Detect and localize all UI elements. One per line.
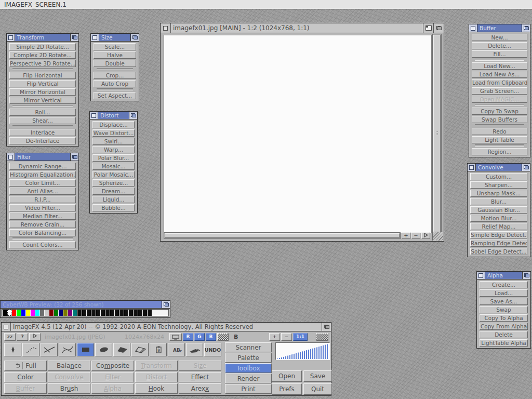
- palette-swatch[interactable]: [110, 310, 114, 316]
- roll-button[interactable]: Roll...: [9, 109, 76, 116]
- palette-swatch[interactable]: [49, 310, 54, 316]
- dream-button[interactable]: Dream...: [92, 188, 135, 195]
- hook-button[interactable]: Hook: [135, 383, 178, 394]
- close-icon[interactable]: [7, 34, 15, 41]
- palette-swatch[interactable]: [138, 310, 142, 316]
- video-filter-button[interactable]: Video Filter...: [9, 204, 76, 211]
- palette-swatch[interactable]: [73, 310, 77, 316]
- flip-vertical-button[interactable]: Flip Vertical: [9, 80, 76, 87]
- swap-button[interactable]: Swap: [480, 306, 528, 313]
- copy-to-alpha-button[interactable]: Copy To Alpha: [480, 314, 528, 322]
- interlace-button[interactable]: Interlace: [9, 129, 76, 136]
- anti-alias-button[interactable]: Anti Alias...: [9, 188, 76, 195]
- complex-2d-rotate-button[interactable]: Complex 2D Rotate...: [9, 51, 76, 59]
- region-button[interactable]: Region...: [472, 148, 527, 155]
- page-toolbox-button[interactable]: Toolbox: [225, 363, 272, 373]
- fill-button[interactable]: Fill...: [472, 50, 527, 58]
- de-interlace-button[interactable]: De-Interlace: [9, 137, 76, 144]
- blur-button[interactable]: Blur...: [470, 198, 527, 205]
- horizontal-scrollbar[interactable]: [164, 232, 401, 239]
- sleep-button[interactable]: zz: [4, 333, 16, 341]
- delete-button[interactable]: Delete...: [472, 42, 527, 49]
- pattern-swatch-icon[interactable]: [217, 333, 229, 341]
- oval-tool-icon[interactable]: [95, 343, 112, 356]
- filter-titlebar[interactable]: Filter: [7, 153, 78, 161]
- convolve-titlebar[interactable]: Convolve: [468, 164, 530, 171]
- save-as-button[interactable]: Save As...: [480, 298, 528, 305]
- polygon-tool-icon[interactable]: [113, 343, 130, 356]
- outline-polygon-tool-icon[interactable]: [131, 343, 149, 356]
- save-button[interactable]: Save: [303, 370, 332, 382]
- zoom-out-button[interactable]: −: [411, 232, 420, 239]
- load-new-button[interactable]: Load New...: [472, 62, 527, 70]
- simple-edge-detect-button[interactable]: Simple Edge Detect...: [470, 231, 527, 238]
- double-button[interactable]: Double: [94, 60, 136, 67]
- scale-button[interactable]: Scale...: [94, 43, 136, 50]
- curve-tool-icon[interactable]: [59, 343, 76, 356]
- vertical-scrollbar[interactable]: [432, 34, 442, 233]
- arexx-button[interactable]: Arexx: [179, 383, 221, 394]
- palette-swatch[interactable]: [63, 310, 68, 316]
- palette-swatch[interactable]: [148, 310, 152, 316]
- composite-button[interactable]: Composite: [91, 361, 134, 371]
- light-table-button[interactable]: Light Table: [472, 136, 527, 143]
- freehand-tool-icon[interactable]: [22, 343, 39, 356]
- palette-swatch[interactable]: [134, 310, 138, 316]
- text-tool-icon[interactable]: ABc: [168, 343, 185, 356]
- close-icon[interactable]: [468, 164, 476, 171]
- load-button[interactable]: Load...: [480, 289, 528, 297]
- gaussian-blur-button[interactable]: Gaussian Blur...: [470, 206, 527, 214]
- palette-swatch[interactable]: [96, 310, 100, 316]
- alpha-titlebar[interactable]: Alpha: [477, 272, 530, 280]
- size-titlebar[interactable]: Size: [91, 34, 139, 42]
- load-from-clipboard-button[interactable]: Load from Clipboard: [472, 79, 527, 86]
- transform-titlebar[interactable]: Transform: [7, 34, 78, 42]
- palette-swatch[interactable]: [26, 310, 30, 316]
- toolbox-titlebar[interactable]: ImageFX 4.5 (12-Apr-20) -- © 1992-2020 A…: [2, 323, 331, 331]
- swap-buffers-button[interactable]: Swap Buffers: [472, 116, 527, 123]
- palette-swatch[interactable]: [40, 310, 44, 316]
- shear-button[interactable]: Shear...: [9, 117, 76, 124]
- depth-icon[interactable]: [162, 301, 170, 308]
- zoom-in-button[interactable]: +: [402, 232, 410, 239]
- page-print-button[interactable]: Print: [225, 384, 272, 394]
- page-scanner-button[interactable]: Scanner: [225, 342, 272, 352]
- brush-button[interactable]: Brush: [48, 383, 90, 394]
- copy-to-swap-button[interactable]: Copy To Swap: [472, 108, 527, 115]
- depth-icon[interactable]: [522, 24, 530, 32]
- warp-button[interactable]: Warp...: [92, 146, 135, 153]
- palette-swatch[interactable]: [119, 310, 124, 316]
- swirl-button[interactable]: Swirl...: [92, 138, 135, 145]
- mirror-vertical-button[interactable]: Mirror Vertical: [9, 97, 76, 104]
- color-button[interactable]: Color: [4, 372, 47, 382]
- monitor-icon[interactable]: [169, 333, 182, 341]
- horizontal-scrollbar-thumb[interactable]: [165, 233, 400, 238]
- distort-titlebar[interactable]: Distort: [90, 112, 137, 119]
- quit-button[interactable]: Quit: [303, 383, 332, 395]
- simple-2d-rotate-button[interactable]: Simple 2D Rotate...: [9, 43, 76, 50]
- dynamic-range-button[interactable]: Dynamic Range...: [9, 163, 76, 170]
- channel-blue-button[interactable]: B: [206, 333, 216, 341]
- palette-swatch[interactable]: [12, 310, 16, 316]
- page-render-button[interactable]: Render: [225, 374, 272, 383]
- close-icon[interactable]: [469, 24, 477, 32]
- color-limit-button[interactable]: Color Limit...: [9, 179, 76, 187]
- sharpen-button[interactable]: Sharpen...: [470, 181, 527, 189]
- depth-icon[interactable]: [433, 23, 444, 33]
- polar-mosaic-button[interactable]: Polar Mosaic...: [92, 171, 135, 178]
- zoom-icon[interactable]: [423, 23, 433, 33]
- palette-swatch[interactable]: [105, 310, 110, 316]
- depth-icon[interactable]: [70, 153, 78, 161]
- preview-titlebar[interactable]: CyberWB Preview: (32 of 256 shown): [1, 301, 170, 309]
- pattern-swatch-icon[interactable]: [316, 333, 328, 341]
- color-balancing-button[interactable]: Color Balancing...: [9, 229, 76, 236]
- buffer-titlebar[interactable]: Buffer: [469, 24, 530, 32]
- undo-button[interactable]: UNDO: [204, 343, 221, 356]
- palette-swatch[interactable]: [7, 310, 11, 316]
- resize-handle-icon[interactable]: [432, 232, 443, 241]
- close-icon[interactable]: [2, 323, 11, 331]
- close-icon[interactable]: [477, 272, 485, 279]
- palette-swatch[interactable]: [59, 310, 63, 316]
- box-tool-icon[interactable]: [77, 343, 94, 356]
- image-window-titlebar[interactable]: imagefx01.jpg [MAIN] - 1:2 (1024x768, 1:…: [161, 23, 444, 33]
